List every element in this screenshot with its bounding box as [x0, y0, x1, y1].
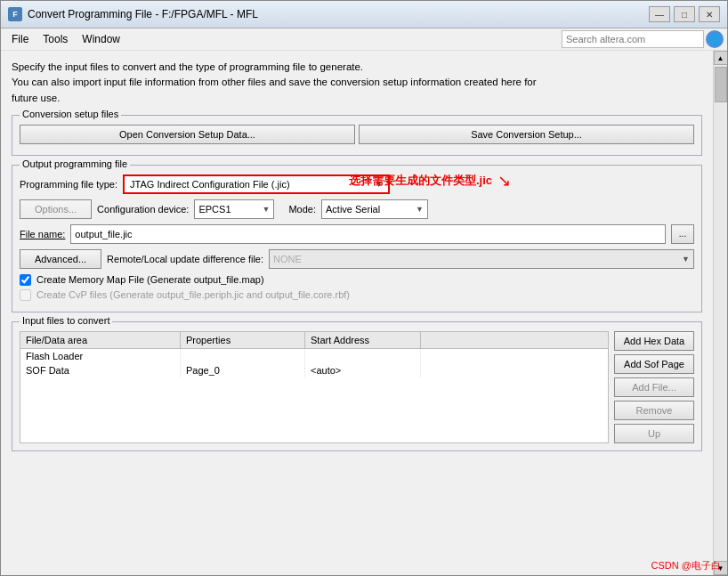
watermark: CSDN @电子白 [651, 559, 721, 572]
prog-type-value: JTAG Indirect Configuration File (.jic) [130, 179, 290, 190]
scrollbar[interactable]: ▲ ▼ [713, 51, 727, 575]
col-header-start: Start Address [305, 332, 421, 348]
table-area: File/Data area Properties Start Address … [20, 331, 694, 443]
prog-type-row-wrapper: Programming file type: JTAG Indirect Con… [20, 174, 694, 194]
config-row: Options... Configuration device: EPCS1 ▼… [20, 199, 694, 219]
prog-type-select[interactable]: JTAG Indirect Configuration File (.jic) … [123, 174, 390, 194]
title-bar: F Convert Programming File - F:/FPGA/MFL… [1, 1, 727, 28]
create-cvp-checkbox[interactable] [20, 289, 31, 301]
scroll-up-arrow[interactable]: ▲ [714, 51, 728, 65]
advanced-row: Advanced... Remote/Local update differen… [20, 249, 694, 269]
filename-row: File name: ... [20, 224, 694, 244]
window-title: Convert Programming File - F:/FPGA/MFL -… [28, 8, 258, 20]
file-table: File/Data area Properties Start Address … [20, 331, 609, 443]
config-device-select[interactable]: EPCS1 ▼ [194, 199, 274, 219]
output-section-label: Output programming file [20, 158, 130, 169]
add-hex-btn[interactable]: Add Hex Data [614, 331, 694, 351]
row1-properties: Page_0 [181, 363, 305, 377]
prog-type-row: Programming file type: JTAG Indirect Con… [20, 174, 694, 194]
title-bar-left: F Convert Programming File - F:/FPGA/MFL… [8, 7, 258, 21]
input-files-section: Input files to convert File/Data area Pr… [12, 321, 702, 451]
col-header-area: File/Data area [20, 332, 181, 348]
row1-start: <auto> [305, 363, 421, 377]
conversion-btn-row: Open Conversion Setup Data... Save Conve… [20, 125, 694, 144]
browse-btn[interactable]: ... [671, 224, 694, 244]
input-files-label: Input files to convert [20, 315, 112, 326]
remove-btn[interactable]: Remove [614, 401, 694, 420]
save-conversion-btn[interactable]: Save Conversion Setup... [359, 125, 694, 144]
row0-start [305, 349, 421, 363]
conversion-section-label: Conversion setup files [20, 109, 121, 119]
create-cvp-label: Create CvP files (Generate output_file.p… [36, 289, 350, 300]
filename-label: File name: [20, 229, 65, 239]
advanced-btn[interactable]: Advanced... [20, 249, 101, 269]
menu-window[interactable]: Window [75, 30, 127, 48]
maximize-button[interactable]: □ [674, 6, 695, 22]
menu-bar: File Tools Window 🌐 [1, 28, 727, 51]
desc-line3: future use. [12, 91, 702, 106]
row1-area: SOF Data [20, 363, 181, 377]
table-row[interactable]: SOF Data Page_0 <auto> [20, 363, 608, 377]
minimize-button[interactable]: — [649, 6, 670, 22]
search-input[interactable] [562, 30, 704, 48]
app-icon: F [8, 7, 22, 21]
create-cvp-row: Create CvP files (Generate output_file.p… [20, 289, 694, 301]
add-file-btn[interactable]: Add File... [614, 377, 694, 397]
add-sof-btn[interactable]: Add Sof Page [614, 354, 694, 374]
scroll-thumb[interactable] [715, 67, 727, 102]
create-memory-label: Create Memory Map File (Generate output_… [36, 274, 264, 285]
menu-tools[interactable]: Tools [36, 30, 75, 48]
main-window: F Convert Programming File - F:/FPGA/MFL… [0, 0, 728, 576]
search-box: 🌐 [562, 30, 724, 48]
row0-properties [181, 349, 305, 363]
config-device-value: EPCS1 [198, 204, 231, 215]
prog-type-label: Programming file type: [20, 179, 117, 190]
row0-area: Flash Loader [20, 349, 181, 363]
description: Specify the input files to convert and t… [12, 60, 702, 106]
create-memory-checkbox[interactable] [20, 274, 31, 286]
desc-line2: You can also import input file informati… [12, 75, 702, 90]
window-controls: — □ ✕ [649, 6, 720, 22]
create-memory-row: Create Memory Map File (Generate output_… [20, 274, 694, 286]
up-btn[interactable]: Up [614, 424, 694, 443]
col-header-properties: Properties [181, 332, 305, 348]
options-btn[interactable]: Options... [20, 199, 92, 219]
desc-line1: Specify the input files to convert and t… [12, 60, 702, 75]
filename-input[interactable] [70, 224, 666, 244]
side-buttons: Add Hex Data Add Sof Page Add File... Re… [614, 331, 694, 443]
remote-local-select[interactable]: NONE ▼ [269, 249, 694, 269]
menu-file[interactable]: File [4, 30, 36, 48]
remote-local-value: NONE [273, 254, 302, 264]
close-button[interactable]: ✕ [699, 6, 720, 22]
prog-type-arrow: ▼ [375, 180, 383, 189]
output-programming-section: Output programming file Programming file… [12, 165, 702, 312]
mode-value: Active Serial [326, 204, 380, 215]
config-device-label: Configuration device: [97, 204, 189, 215]
open-conversion-btn[interactable]: Open Conversion Setup Data... [20, 125, 355, 144]
mode-label: Mode: [288, 204, 316, 215]
globe-icon[interactable]: 🌐 [706, 30, 724, 48]
mode-select[interactable]: Active Serial ▼ [321, 199, 428, 219]
remote-local-label: Remote/Local update difference file: [107, 254, 263, 264]
main-content: Specify the input files to convert and t… [1, 51, 713, 575]
conversion-setup-section: Conversion setup files Open Conversion S… [12, 115, 702, 156]
table-header: File/Data area Properties Start Address [20, 332, 608, 349]
content-area: Specify the input files to convert and t… [1, 51, 727, 575]
table-row[interactable]: Flash Loader [20, 349, 608, 363]
